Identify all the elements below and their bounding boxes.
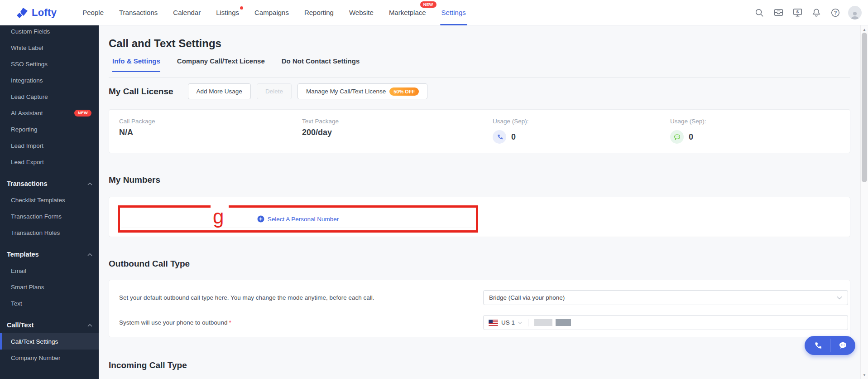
avatar-person-icon: [850, 10, 860, 19]
phone-icon: [813, 341, 821, 350]
scrollbar-thumb[interactable]: [862, 33, 867, 182]
settings-sidebar: Custom Fields White Label SSO Settings I…: [0, 25, 99, 379]
numbers-heading: My Numbers: [109, 175, 160, 185]
search-icon[interactable]: [753, 6, 766, 19]
billing-monitor-icon[interactable]: $: [791, 6, 804, 19]
country-code: US 1: [501, 319, 515, 326]
redacted-phone-segment: [534, 319, 552, 326]
sidebar-item-company-number[interactable]: Company Number: [0, 350, 99, 366]
tab-info-settings[interactable]: Info & Settings: [112, 57, 160, 72]
manage-license-button[interactable]: Manage My Call/Text License 50% OFF: [297, 83, 427, 99]
row-divider: [121, 228, 475, 228]
main-content: Call and Text Settings Info & Settings C…: [99, 25, 860, 379]
license-header-row: My Call License Add More Usage Delete Ma…: [109, 83, 433, 99]
nav-item-campaigns[interactable]: Campaigns: [247, 0, 297, 25]
select-personal-number-link[interactable]: Select A Personal Number: [120, 208, 476, 230]
chevron-up-icon: [87, 324, 92, 327]
nav-item-people[interactable]: People: [75, 0, 111, 25]
nav-utilities: $ ?: [753, 6, 862, 19]
tab-do-not-contact[interactable]: Do Not Contact Settings: [282, 57, 360, 72]
license-card: Call Package N/A Text Package 200/day Us…: [109, 109, 850, 153]
nav-item-calendar[interactable]: Calendar: [165, 0, 208, 25]
nav-item-listings[interactable]: Listings: [208, 0, 247, 25]
sidebar-item-ai-assistant[interactable]: AI AssistantNEW: [0, 105, 99, 121]
chevron-down-icon: [518, 321, 522, 324]
brand-name: Lofty: [32, 7, 57, 19]
text-usage-icon: [670, 130, 684, 144]
add-more-usage-button[interactable]: Add More Usage: [188, 83, 251, 99]
sidebar-item-sso-settings[interactable]: SSO Settings: [0, 56, 99, 72]
discount-badge: 50% OFF: [389, 87, 419, 96]
app-window: Lofty People Transactions Calendar Listi…: [0, 0, 868, 379]
outbound-phone-label: System will use your phone to outbound*: [119, 319, 231, 326]
nav-item-reporting[interactable]: Reporting: [297, 0, 341, 25]
sidebar-item-text[interactable]: Text: [0, 295, 99, 311]
sms-icon: [839, 341, 847, 350]
nav-item-marketplace[interactable]: MarketplaceNEW: [381, 0, 434, 25]
notification-dot: [240, 6, 243, 10]
outbound-heading: Outbound Call Type: [109, 259, 190, 269]
sidebar-item-white-label[interactable]: White Label: [0, 39, 99, 56]
sidebar-section-templates[interactable]: Templates: [0, 246, 99, 262]
us-flag-icon: [489, 320, 498, 326]
svg-text:$: $: [796, 9, 799, 14]
redacted-phone-segment: [556, 319, 571, 326]
nav-item-website[interactable]: Website: [341, 0, 381, 25]
help-icon[interactable]: ?: [829, 6, 842, 19]
call-fab-button[interactable]: [805, 336, 830, 355]
phone-usage-icon: [493, 130, 506, 144]
chevron-down-icon: [837, 296, 842, 300]
sidebar-item-checklist-templates[interactable]: Checklist Templates: [0, 192, 99, 208]
bell-icon[interactable]: [810, 6, 823, 19]
tabs-divider: [109, 77, 850, 78]
page-scrollbar: ▲ ▼: [860, 25, 868, 379]
incoming-heading: Incoming Call Type: [109, 360, 187, 370]
chevron-up-icon: [87, 253, 92, 256]
sidebar-item-lead-export[interactable]: Lead Export: [0, 154, 99, 170]
scroll-up-arrow[interactable]: ▲: [861, 26, 868, 33]
sidebar-item-reporting[interactable]: Reporting: [0, 121, 99, 137]
nav-item-transactions[interactable]: Transactions: [111, 0, 165, 25]
chevron-up-icon: [87, 182, 92, 185]
sidebar-section-transactions[interactable]: Transactions: [0, 175, 99, 192]
outbound-type-select[interactable]: Bridge (Call via your phone): [483, 290, 848, 305]
annotation-letter: g: [213, 205, 224, 229]
page-title: Call and Text Settings: [109, 37, 221, 50]
tab-bar: Info & Settings Company Call/Text Licens…: [112, 57, 360, 72]
lofty-logo[interactable]: Lofty: [16, 7, 57, 19]
scroll-down-arrow[interactable]: ▼: [861, 372, 868, 378]
sms-fab-button[interactable]: [830, 336, 856, 355]
top-nav: Lofty People Transactions Calendar Listi…: [0, 0, 868, 25]
new-badge: NEW: [74, 110, 91, 117]
sidebar-list: Custom Fields White Label SSO Settings I…: [0, 25, 99, 366]
sidebar-item-call-text-settings[interactable]: Call/Text Settings: [0, 333, 99, 350]
required-asterisk: *: [229, 319, 231, 326]
tab-company-license[interactable]: Company Call/Text License: [177, 57, 265, 72]
inbox-icon[interactable]: [772, 6, 785, 19]
nav-item-settings[interactable]: Settings: [434, 0, 474, 25]
sidebar-item-custom-fields[interactable]: Custom Fields: [0, 25, 99, 39]
input-divider: [528, 319, 528, 326]
outbound-type-label: Set your default outbound call type here…: [119, 294, 374, 301]
numbers-card: Select A Personal Number g: [109, 197, 850, 237]
annotation-red-box: Select A Personal Number g: [118, 205, 478, 233]
svg-text:?: ?: [834, 10, 837, 15]
main-menu: People Transactions Calendar Listings Ca…: [75, 0, 474, 25]
sidebar-item-smart-plans[interactable]: Smart Plans: [0, 279, 99, 295]
sidebar-section-call-text[interactable]: Call/Text: [0, 317, 99, 333]
floating-actions: [805, 336, 855, 355]
sidebar-item-integrations[interactable]: Integrations: [0, 72, 99, 88]
sidebar-item-transaction-forms[interactable]: Transaction Forms: [0, 208, 99, 224]
plus-circle-icon: [257, 215, 264, 223]
user-avatar[interactable]: [848, 6, 862, 19]
sidebar-item-lead-import[interactable]: Lead Import: [0, 137, 99, 154]
outbound-card: Set your default outbound call type here…: [109, 280, 850, 337]
lofty-logo-icon: [16, 7, 28, 19]
sidebar-item-email[interactable]: Email: [0, 262, 99, 279]
delete-button[interactable]: Delete: [257, 83, 292, 99]
sidebar-item-transaction-roles[interactable]: Transaction Roles: [0, 224, 99, 241]
sidebar-item-lead-capture[interactable]: Lead Capture: [0, 88, 99, 105]
outbound-phone-input[interactable]: US 1: [483, 315, 848, 330]
license-heading: My Call License: [109, 87, 173, 97]
